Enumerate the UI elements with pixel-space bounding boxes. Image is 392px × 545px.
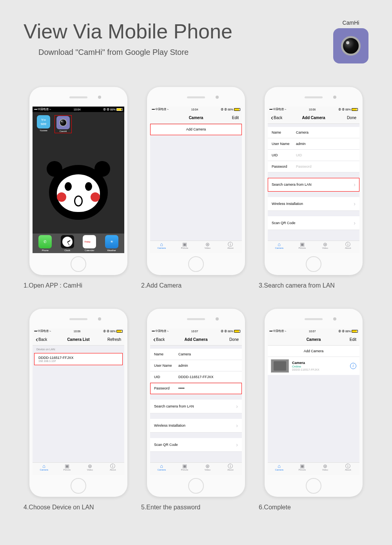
phone-frame: ••••• 中国电信 ⏦10:07⦿ ⦿ 88% CameraEdit Add … xyxy=(265,309,363,497)
tab-video[interactable]: ⊛Video xyxy=(78,463,102,475)
step-5-caption: 5.Enter the password xyxy=(141,504,251,511)
nav-bar: CameraEdit xyxy=(268,334,359,346)
username-field-row[interactable]: User Nameadmin xyxy=(150,360,242,371)
done-button[interactable]: Done xyxy=(347,116,356,120)
add-camera-row[interactable]: Add Camera xyxy=(268,346,359,357)
wallpaper-bear xyxy=(33,151,124,234)
camhi-app-icon xyxy=(333,28,368,63)
status-bar: ••••• 中国电信 ⏦ 10:04 ⦿ ⦿ 88% xyxy=(33,107,124,112)
edit-button[interactable]: Edit xyxy=(350,337,356,342)
status-bar: ••••• 中国电信 ⏦10:04⦿ ⦿ 88% xyxy=(150,107,242,112)
step-4-caption: 4.Choose Device on LAN xyxy=(24,504,133,511)
tab-bar: ⌂Camera ▣Picture ⊛Video ⓘAbout xyxy=(268,241,359,253)
done-button[interactable]: Done xyxy=(229,337,239,342)
password-field-row[interactable]: PasswordPassword xyxy=(268,161,359,172)
tab-about[interactable]: ⓘAbout xyxy=(337,241,360,253)
nav-title: Camera xyxy=(150,116,242,120)
page-title: View Via Mobile Phone xyxy=(24,20,321,43)
home-button[interactable] xyxy=(188,478,204,494)
tab-bar: ⌂Camera ▣Picture ⊛Video ⓘAbout xyxy=(150,462,242,475)
info-icon[interactable]: i xyxy=(350,363,356,369)
edit-button[interactable]: Edit xyxy=(232,116,239,120)
home-button[interactable] xyxy=(188,256,204,272)
tab-picture[interactable]: ▣Picture xyxy=(173,463,196,475)
add-camera-row[interactable]: Add Camera xyxy=(150,124,242,135)
tab-picture[interactable]: ▣Picture xyxy=(173,241,196,253)
step-3-caption: 3.Search camera from LAN xyxy=(259,282,368,289)
tab-video[interactable]: ⊛Video xyxy=(196,463,219,475)
tab-camera[interactable]: ⌂Camera xyxy=(150,241,173,253)
step-6-caption: 6.Complete xyxy=(259,504,368,511)
uid-field-row[interactable]: UIDDDDD-116517-FFJXX xyxy=(150,371,242,383)
lan-device-row[interactable]: DDDD-116517-FFJXX192.168.1.137 xyxy=(34,353,122,365)
home-button[interactable] xyxy=(306,256,321,272)
camera-thumbnail xyxy=(271,359,289,373)
uid-field-row[interactable]: UIDUID xyxy=(268,150,359,161)
name-field-row[interactable]: NameCamera xyxy=(150,349,242,360)
nav-bar: CameraEdit xyxy=(150,112,242,124)
tab-bar: ⌂Camera ▣Picture ⊛Video ⓘAbout xyxy=(33,462,124,475)
search-lan-row[interactable]: Search camera from LAN xyxy=(268,178,359,192)
tab-bar: ⌂Camera ▣Picture ⊛Video ⓘAbout xyxy=(268,462,359,475)
group-label: Device on LAN: xyxy=(33,346,124,351)
tab-about[interactable]: ⓘAbout xyxy=(337,463,360,475)
tab-picture[interactable]: ▣Picture xyxy=(291,463,314,475)
dock-weather-icon[interactable]: ☀Weather xyxy=(104,235,120,252)
wireless-install-row[interactable]: Wireless Installation xyxy=(150,419,242,433)
dock: ✆Phone Clock Friday12Calendar ☀Weather xyxy=(33,234,124,253)
scan-qr-row[interactable]: Scan QR Code xyxy=(150,438,242,452)
app-logo: CamHi xyxy=(333,20,368,63)
tab-camera[interactable]: ⌂Camera xyxy=(33,463,56,475)
nav-title: Camera xyxy=(268,337,359,342)
tab-picture[interactable]: ▣Picture xyxy=(291,241,314,253)
back-button[interactable]: Back xyxy=(153,335,165,344)
camera-status: Online xyxy=(292,365,347,368)
step-1-caption: 1.Open APP : CamHi xyxy=(24,282,133,289)
status-bar: ••••• 中国电信 ⏦10:06⦿ ⦿ 88% xyxy=(33,328,124,334)
nav-bar: BackAdd CameraDone xyxy=(150,334,242,346)
tab-camera[interactable]: ⌂Camera xyxy=(150,463,173,475)
wireless-install-row[interactable]: Wireless Installation xyxy=(268,197,359,211)
status-bar: ••••• 中国电信 ⏦10:07⦿ ⦿ 88% xyxy=(268,328,359,334)
status-bar: ••••• 中国电信 ⏦10:07⦿ ⦿ 88% xyxy=(150,328,242,334)
tab-about[interactable]: ⓘAbout xyxy=(219,463,242,475)
refresh-button[interactable]: Refresh xyxy=(107,337,121,342)
camera-uid: DDDD-116517-FFJXX xyxy=(292,368,347,371)
camera-name: Camera xyxy=(292,361,347,365)
tab-video[interactable]: ⊛Video xyxy=(314,241,337,253)
name-field-row[interactable]: NameCamera xyxy=(268,127,359,138)
nav-bar: BackCamera ListRefresh xyxy=(33,334,124,346)
camhi-app-icon[interactable]: CamHi xyxy=(55,116,71,132)
camera-list-item[interactable]: Camera Online DDDD-116517-FFJXX i xyxy=(268,357,359,375)
phone-frame: ••••• 中国电信 ⏦10:04⦿ ⦿ 88% CameraEdit Add … xyxy=(147,87,245,275)
back-button[interactable]: Back xyxy=(36,335,47,344)
tab-picture[interactable]: ▣Picture xyxy=(56,463,79,475)
dock-clock-icon[interactable]: Clock xyxy=(60,235,75,252)
device-highlight: DDDD-116517-FFJXX192.168.1.137 xyxy=(34,353,123,365)
page-subtitle: Download "CamHi" from Google Play Store xyxy=(38,48,321,57)
password-field-row[interactable]: Password••••• xyxy=(150,383,242,394)
tab-about[interactable]: ⓘAbout xyxy=(219,241,242,253)
home-button[interactable] xyxy=(71,478,86,494)
search-lan-row[interactable]: Search camera from LAN xyxy=(150,400,242,413)
home-button[interactable] xyxy=(71,256,86,272)
phone-frame: ••••• 中国电信 ⏦10:06⦿ ⦿ 88% BackCamera List… xyxy=(29,309,127,497)
tab-video[interactable]: ⊛Video xyxy=(314,463,337,475)
back-button[interactable]: Back xyxy=(271,114,282,122)
tab-camera[interactable]: ⌂Camera xyxy=(268,241,291,253)
tab-video[interactable]: ⊛Video xyxy=(196,241,219,253)
dock-calendar-icon[interactable]: Friday12Calendar xyxy=(82,235,97,252)
phone-frame: ••••• 中国电信 ⏦ 10:04 ⦿ ⦿ 88% Y∞seeYoosee C… xyxy=(29,87,127,275)
phone-frame: ••••• 中国电信 ⏦10:07⦿ ⦿ 88% BackAdd CameraD… xyxy=(147,309,245,497)
nav-bar: BackAdd CameraDone xyxy=(268,112,359,124)
tab-camera[interactable]: ⌂Camera xyxy=(268,463,291,475)
home-button[interactable] xyxy=(306,478,321,494)
status-bar: ••••• 中国电信 ⏦10:06⦿ ⦿ 88% xyxy=(268,107,359,112)
phone-frame: ••••• 中国电信 ⏦10:06⦿ ⦿ 88% BackAdd CameraD… xyxy=(265,87,363,275)
username-field-row[interactable]: User Nameadmin xyxy=(268,138,359,150)
dock-phone-icon[interactable]: ✆Phone xyxy=(37,235,53,252)
scan-qr-row[interactable]: Scan QR Code xyxy=(268,216,359,230)
camhi-app-highlight: CamHi xyxy=(54,115,72,133)
yoosee-app-icon[interactable]: Y∞seeYoosee xyxy=(36,115,51,133)
tab-about[interactable]: ⓘAbout xyxy=(102,463,125,475)
